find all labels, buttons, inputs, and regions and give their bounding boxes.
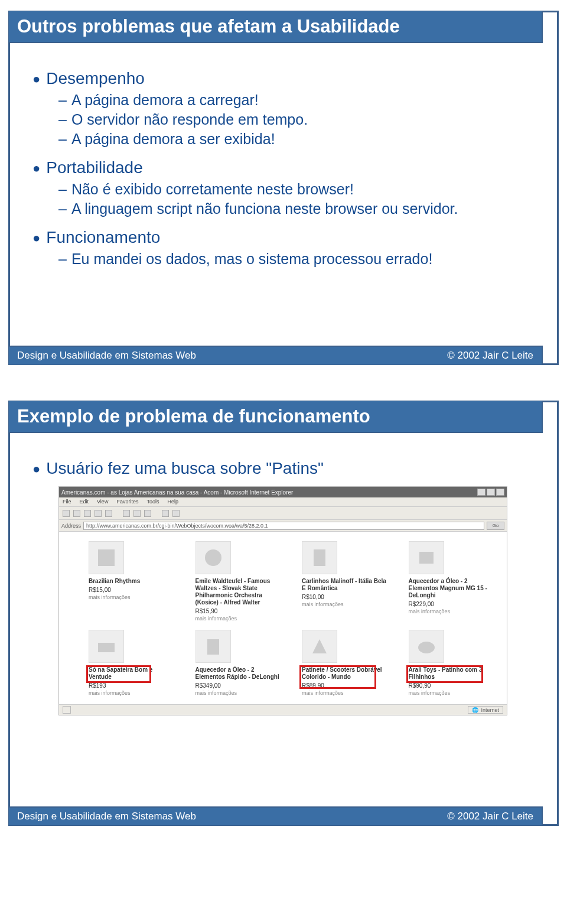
product-price: R$15,00 xyxy=(89,587,175,593)
svg-rect-5 xyxy=(207,639,219,655)
svg-point-6 xyxy=(418,642,435,653)
product-more[interactable]: mais informações xyxy=(302,601,389,607)
product-price: R$349,00 xyxy=(195,682,282,689)
back-icon[interactable] xyxy=(63,510,70,517)
slide-title: Outros problemas que afetam a Usabilidad… xyxy=(9,11,543,43)
history-icon[interactable] xyxy=(144,510,151,517)
product-price: R$10,00 xyxy=(302,594,389,600)
search-icon[interactable] xyxy=(123,510,130,517)
product-title: Brazilian Rhythms xyxy=(89,578,175,585)
product-price: R$229,00 xyxy=(409,601,496,607)
home-icon[interactable] xyxy=(105,510,112,517)
status-right: 🌐 Internet xyxy=(468,706,503,714)
product-card[interactable]: Aquecedor a Óleo - 2 Elementos Magnum MG… xyxy=(409,541,496,622)
internet-icon: 🌐 xyxy=(472,707,478,713)
product-more[interactable]: mais informações xyxy=(409,609,496,614)
slide-1: Outros problemas que afetam a Usabilidad… xyxy=(8,11,559,365)
slide-title: Exemplo de problema de funcionamento xyxy=(9,401,543,433)
product-grid: Brazilian Rhythms R$15,00 mais informaçõ… xyxy=(89,541,495,696)
window-titlebar: Americanas.com - as Lojas Americanas na … xyxy=(59,487,507,497)
bullet-busca: ● Usuário fez uma busca sobre "Patins" xyxy=(32,459,539,479)
bullet-funcionamento: ● Funcionamento xyxy=(32,228,539,248)
favorites-icon[interactable] xyxy=(133,510,141,517)
bullet-text: Portabilidade xyxy=(46,158,142,177)
product-more[interactable]: mais informações xyxy=(302,690,389,696)
subitem: –Não é exibido corretamente neste browse… xyxy=(58,181,539,198)
bullet-text: Funcionamento xyxy=(46,228,160,247)
svg-point-1 xyxy=(205,549,221,566)
menubar: File Edit View Favorites Tools Help xyxy=(59,497,507,507)
svg-rect-2 xyxy=(314,549,325,566)
subitem: –A linguagem script não funciona neste b… xyxy=(58,200,539,217)
stop-icon[interactable] xyxy=(84,510,91,517)
subitem: –A página demora a carregar! xyxy=(58,92,539,109)
product-thumb xyxy=(195,630,231,663)
status-left xyxy=(63,706,71,714)
highlight-box xyxy=(299,665,376,689)
highlight-box xyxy=(86,665,151,683)
product-more[interactable]: mais informações xyxy=(89,690,175,696)
bullet-text: Usuário fez uma busca sobre "Patins" xyxy=(46,459,324,478)
product-more[interactable]: mais informações xyxy=(195,690,282,696)
product-thumb xyxy=(302,541,337,574)
product-card[interactable]: Emile Waldteufel - Famous Waltzes - Slov… xyxy=(195,541,282,622)
product-card[interactable]: Aquecedor a Óleo - 2 Elementos Rápido - … xyxy=(195,630,282,696)
menu-item[interactable]: View xyxy=(97,499,108,505)
url-field[interactable]: http://www.americanas.com.br/cgi-bin/Web… xyxy=(83,522,484,530)
mail-icon[interactable] xyxy=(162,510,169,517)
product-card[interactable]: Só na Sapateira Bom e Ventude R$193 mais… xyxy=(89,630,175,696)
maximize-icon[interactable] xyxy=(487,489,495,496)
footer-right: © 2002 Jair C Leite xyxy=(447,811,533,822)
browser-screenshot: Americanas.com - as Lojas Americanas na … xyxy=(58,486,507,715)
status-bar: 🌐 Internet xyxy=(59,704,507,715)
product-card[interactable]: Carlinhos Malinoff - Itália Bela E Român… xyxy=(302,541,389,622)
menu-item[interactable]: Edit xyxy=(80,499,89,505)
bullet-desempenho: ● Desempenho xyxy=(32,69,539,89)
window-controls xyxy=(477,489,504,496)
slide-footer: Design e Usabilidade em Sistemas Web © 2… xyxy=(9,346,543,365)
product-title: Emile Waldteufel - Famous Waltzes - Slov… xyxy=(195,578,282,606)
footer-right: © 2002 Jair C Leite xyxy=(447,350,533,362)
product-card[interactable]: Brazilian Rhythms R$15,00 mais informaçõ… xyxy=(89,541,175,622)
address-label: Address xyxy=(61,523,81,529)
subitem: –A página demora a ser exibida! xyxy=(58,131,539,148)
menu-item[interactable]: Tools xyxy=(146,499,159,505)
refresh-icon[interactable] xyxy=(94,510,102,517)
product-more[interactable]: mais informações xyxy=(195,616,282,622)
product-more[interactable]: mais informações xyxy=(409,690,496,696)
slide-content: ● Usuário fez uma busca sobre "Patins" A… xyxy=(10,433,557,745)
minimize-icon[interactable] xyxy=(477,489,485,496)
product-card[interactable]: Patinete / Scooters Dobrável Colorido - … xyxy=(302,630,389,696)
bullet-icon: ● xyxy=(32,228,40,248)
product-title: Aquecedor a Óleo - 2 Elementos Rápido - … xyxy=(195,666,282,681)
subitem: –Eu mandei os dados, mas o sistema proce… xyxy=(58,250,539,268)
slide-content: ● Desempenho –A página demora a carregar… xyxy=(10,43,557,300)
page-body: Brazilian Rhythms R$15,00 mais informaçõ… xyxy=(59,532,507,704)
highlight-box xyxy=(406,665,483,683)
footer-left: Design e Usabilidade em Sistemas Web xyxy=(17,811,196,822)
forward-icon[interactable] xyxy=(73,510,80,517)
product-title: Aquecedor a Óleo - 2 Elementos Magnum MG… xyxy=(409,578,496,599)
bullet-icon: ● xyxy=(32,459,40,479)
go-button[interactable]: Go xyxy=(487,522,504,530)
bullet-text: Desempenho xyxy=(46,69,145,88)
product-price: R$193 xyxy=(89,682,175,689)
bullet-icon: ● xyxy=(32,69,40,89)
product-thumb xyxy=(302,630,337,663)
window-title: Americanas.com - as Lojas Americanas na … xyxy=(61,489,293,496)
print-icon[interactable] xyxy=(172,510,180,517)
product-more[interactable]: mais informações xyxy=(89,594,175,600)
subitem: –O servidor não responde em tempo. xyxy=(58,111,539,128)
bullet-icon: ● xyxy=(32,158,40,178)
product-title: Carlinhos Malinoff - Itália Bela E Român… xyxy=(302,578,389,592)
product-thumb xyxy=(409,630,444,663)
close-icon[interactable] xyxy=(496,489,504,496)
svg-rect-4 xyxy=(98,643,115,652)
product-price: R$15,90 xyxy=(195,608,282,614)
menu-item[interactable]: Favorites xyxy=(116,499,138,505)
product-card[interactable]: Arali Toys - Patinho com 3 Filhinhos R$9… xyxy=(409,630,496,696)
menu-item[interactable]: File xyxy=(63,499,71,505)
slide-footer: Design e Usabilidade em Sistemas Web © 2… xyxy=(9,806,543,825)
menu-item[interactable]: Help xyxy=(167,499,178,505)
product-thumb xyxy=(89,541,124,574)
